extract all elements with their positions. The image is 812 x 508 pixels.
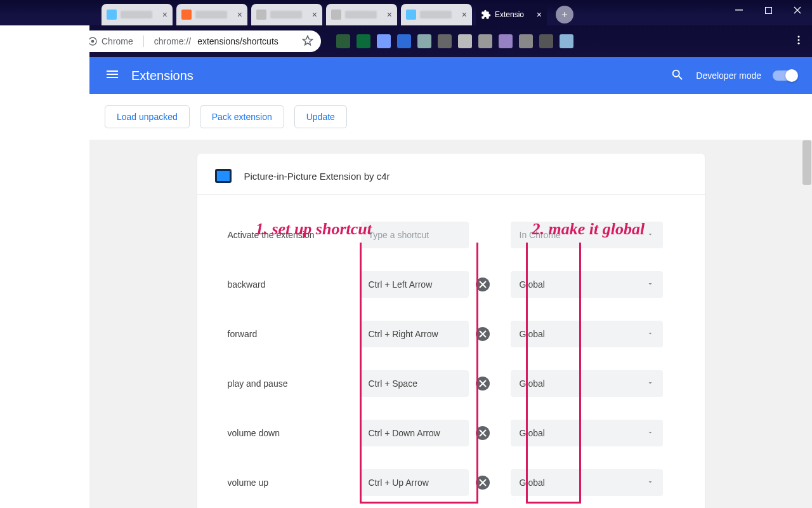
scroll-thumb[interactable] bbox=[802, 140, 811, 185]
shortcut-label: forward bbox=[228, 329, 361, 339]
divider bbox=[143, 36, 144, 47]
site-chip-label: Chrome bbox=[102, 36, 133, 46]
browser-tab-active[interactable]: Extensio × bbox=[476, 4, 547, 25]
ext-icon[interactable] bbox=[539, 34, 553, 48]
tab-title: Extensio bbox=[495, 10, 524, 19]
annotation-2: 2. make it global bbox=[532, 220, 645, 239]
shortcut-label: volume up bbox=[228, 478, 361, 488]
ext-icon[interactable] bbox=[519, 34, 533, 48]
ext-icon[interactable] bbox=[377, 34, 391, 48]
ext-icon[interactable] bbox=[478, 34, 492, 48]
svg-rect-1 bbox=[765, 7, 771, 13]
dev-mode-label: Developer mode bbox=[696, 70, 761, 81]
shortcut-input[interactable]: Ctrl + Space bbox=[361, 370, 469, 397]
clear-cell bbox=[469, 327, 497, 341]
svg-point-5 bbox=[798, 39, 800, 41]
extension-badge-icon bbox=[215, 169, 232, 183]
annotation-line bbox=[360, 502, 478, 504]
menu-icon[interactable] bbox=[105, 67, 120, 85]
chevron-down-icon bbox=[646, 279, 654, 290]
annotation-line bbox=[526, 502, 581, 504]
scope-select[interactable]: Global bbox=[511, 321, 663, 347]
close-icon[interactable]: × bbox=[312, 10, 317, 20]
svg-point-4 bbox=[798, 36, 800, 37]
chevron-down-icon bbox=[646, 428, 654, 438]
extensions-header: Extensions Developer mode bbox=[89, 57, 812, 94]
action-row: Load unpacked Pack extension Update bbox=[89, 94, 812, 140]
content-area: Picture-in-Picture Extension by c4r Acti… bbox=[89, 140, 812, 508]
shortcut-input[interactable]: Ctrl + Down Arrow bbox=[361, 420, 469, 446]
svg-point-6 bbox=[798, 43, 800, 44]
shortcut-row: forwardCtrl + Right ArrowGlobal bbox=[228, 309, 674, 359]
scope-value: Global bbox=[520, 279, 545, 290]
annotation-1: 1. set up shortcut bbox=[256, 220, 372, 239]
scope-select[interactable]: Global bbox=[511, 420, 663, 446]
clear-cell bbox=[469, 377, 497, 391]
dev-mode-toggle[interactable] bbox=[773, 70, 797, 81]
shortcut-input[interactable]: Ctrl + Left Arrow bbox=[361, 271, 469, 298]
bookmark-star-icon[interactable] bbox=[302, 35, 313, 48]
site-chip: Chrome bbox=[88, 36, 133, 46]
ext-icon[interactable] bbox=[560, 34, 573, 48]
window-controls bbox=[724, 0, 812, 20]
svg-point-3 bbox=[91, 40, 95, 43]
clear-cell bbox=[469, 426, 497, 440]
favicon-icon bbox=[181, 10, 192, 20]
tab-strip: × × × × × Extensio × bbox=[102, 4, 573, 25]
browser-tab[interactable]: × bbox=[251, 4, 322, 25]
shortcut-input[interactable]: Ctrl + Up Arrow bbox=[361, 469, 469, 496]
chevron-down-icon bbox=[646, 378, 654, 389]
new-tab-button[interactable] bbox=[556, 6, 573, 23]
scope-select[interactable]: Global bbox=[511, 469, 663, 496]
page-title: Extensions bbox=[131, 69, 193, 83]
close-icon[interactable]: × bbox=[237, 10, 242, 20]
ext-icon[interactable] bbox=[438, 34, 452, 48]
shortcut-input[interactable]: Ctrl + Right Arrow bbox=[361, 321, 469, 347]
clear-cell bbox=[469, 476, 497, 490]
scope-value: Global bbox=[520, 478, 545, 488]
clear-cell bbox=[469, 277, 497, 291]
window-close-button[interactable] bbox=[783, 0, 812, 20]
search-icon[interactable] bbox=[671, 68, 684, 84]
scope-select[interactable]: Global bbox=[511, 370, 663, 397]
close-icon[interactable]: × bbox=[537, 10, 542, 20]
extension-name: Picture-in-Picture Extension by c4r bbox=[244, 171, 390, 182]
browser-tab[interactable]: × bbox=[326, 4, 397, 25]
close-icon[interactable]: × bbox=[462, 10, 467, 20]
browser-tab[interactable]: × bbox=[102, 4, 173, 25]
ext-icon[interactable] bbox=[336, 34, 350, 48]
favicon-icon bbox=[107, 10, 117, 20]
scope-value: Global bbox=[520, 428, 545, 438]
close-icon[interactable]: × bbox=[387, 10, 392, 20]
scope-select[interactable]: Global bbox=[511, 271, 663, 298]
ext-icon[interactable] bbox=[458, 34, 472, 48]
shortcut-input[interactable]: Type a shortcut bbox=[361, 222, 469, 248]
ext-icon[interactable] bbox=[397, 34, 411, 48]
update-button[interactable]: Update bbox=[294, 105, 347, 128]
annotation-line bbox=[526, 243, 528, 503]
ext-icon[interactable] bbox=[357, 34, 370, 48]
minimize-button[interactable] bbox=[724, 0, 754, 20]
ext-icon[interactable] bbox=[499, 34, 513, 48]
tab-title-blurred bbox=[420, 11, 452, 18]
toolbar: Chrome chrome://extensions/shortcuts bbox=[0, 25, 812, 57]
url-scheme: chrome:// bbox=[154, 36, 191, 46]
close-icon[interactable]: × bbox=[162, 10, 167, 20]
load-unpacked-button[interactable]: Load unpacked bbox=[105, 105, 190, 128]
browser-tab[interactable]: × bbox=[401, 4, 472, 25]
tab-title-blurred bbox=[270, 11, 302, 18]
page-margin bbox=[0, 0, 89, 508]
address-bar[interactable]: Chrome chrome://extensions/shortcuts bbox=[80, 30, 321, 52]
extension-icons bbox=[336, 34, 573, 48]
scope-value: Global bbox=[520, 329, 545, 339]
annotation-line bbox=[476, 243, 478, 503]
shortcut-label: backward bbox=[228, 279, 361, 290]
browser-tab[interactable]: × bbox=[176, 4, 247, 25]
pack-extension-button[interactable]: Pack extension bbox=[200, 105, 284, 128]
ext-icon[interactable] bbox=[417, 34, 431, 48]
shortcut-row: backwardCtrl + Left ArrowGlobal bbox=[228, 260, 674, 309]
shortcuts-card: Picture-in-Picture Extension by c4r Acti… bbox=[197, 154, 705, 508]
maximize-button[interactable] bbox=[754, 0, 783, 20]
scrollbar[interactable] bbox=[802, 140, 812, 508]
overflow-menu-icon[interactable] bbox=[793, 34, 804, 48]
